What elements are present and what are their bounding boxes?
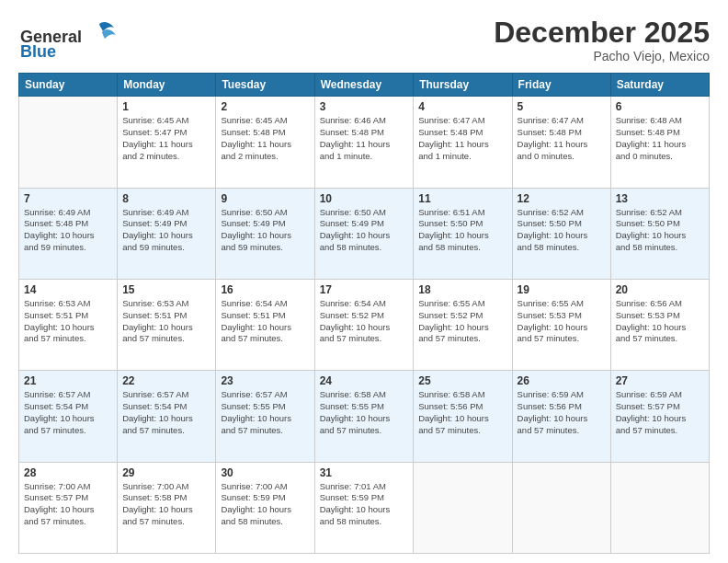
day-number: 3 bbox=[320, 100, 409, 113]
day-info: Sunrise: 7:01 AM Sunset: 5:59 PM Dayligh… bbox=[320, 481, 409, 528]
calendar-cell: 4Sunrise: 6:47 AM Sunset: 5:48 PM Daylig… bbox=[414, 97, 512, 188]
calendar-week-row: 14Sunrise: 6:53 AM Sunset: 5:51 PM Dayli… bbox=[19, 279, 710, 370]
calendar-cell: 20Sunrise: 6:56 AM Sunset: 5:53 PM Dayli… bbox=[610, 279, 709, 370]
logo-svg: General Blue bbox=[18, 17, 119, 61]
day-info: Sunrise: 6:51 AM Sunset: 5:50 PM Dayligh… bbox=[418, 207, 506, 254]
day-info: Sunrise: 6:58 AM Sunset: 5:56 PM Dayligh… bbox=[418, 389, 506, 436]
day-info: Sunrise: 7:00 AM Sunset: 5:58 PM Dayligh… bbox=[122, 481, 210, 528]
page: General Blue December 2025 Pacho Viejo, … bbox=[0, 0, 728, 563]
calendar-header-row: SundayMondayTuesdayWednesdayThursdayFrid… bbox=[19, 74, 710, 97]
day-info: Sunrise: 7:00 AM Sunset: 5:57 PM Dayligh… bbox=[24, 481, 112, 528]
header: General Blue December 2025 Pacho Viejo, … bbox=[18, 17, 710, 63]
calendar-cell: 17Sunrise: 6:54 AM Sunset: 5:52 PM Dayli… bbox=[314, 279, 414, 370]
day-info: Sunrise: 6:50 AM Sunset: 5:49 PM Dayligh… bbox=[221, 207, 309, 254]
col-header-saturday: Saturday bbox=[610, 74, 709, 97]
day-number: 8 bbox=[122, 192, 210, 205]
day-info: Sunrise: 6:52 AM Sunset: 5:50 PM Dayligh… bbox=[518, 207, 606, 254]
calendar-table: SundayMondayTuesdayWednesdayThursdayFrid… bbox=[18, 73, 710, 554]
day-number: 20 bbox=[616, 283, 704, 296]
day-info: Sunrise: 6:53 AM Sunset: 5:51 PM Dayligh… bbox=[122, 298, 210, 345]
day-number: 15 bbox=[122, 283, 210, 296]
calendar-cell: 8Sunrise: 6:49 AM Sunset: 5:49 PM Daylig… bbox=[118, 188, 216, 279]
day-info: Sunrise: 6:56 AM Sunset: 5:53 PM Dayligh… bbox=[616, 298, 704, 345]
calendar-cell: 14Sunrise: 6:53 AM Sunset: 5:51 PM Dayli… bbox=[19, 279, 118, 370]
day-number: 27 bbox=[616, 374, 704, 387]
calendar-cell: 6Sunrise: 6:48 AM Sunset: 5:48 PM Daylig… bbox=[610, 97, 709, 188]
day-info: Sunrise: 6:50 AM Sunset: 5:49 PM Dayligh… bbox=[320, 207, 409, 254]
day-number: 12 bbox=[518, 192, 606, 205]
col-header-sunday: Sunday bbox=[19, 74, 118, 97]
day-number: 7 bbox=[24, 192, 112, 205]
calendar-cell bbox=[512, 462, 610, 553]
calendar-cell: 19Sunrise: 6:55 AM Sunset: 5:53 PM Dayli… bbox=[512, 279, 610, 370]
day-info: Sunrise: 6:49 AM Sunset: 5:48 PM Dayligh… bbox=[24, 207, 112, 254]
day-number: 10 bbox=[320, 192, 409, 205]
logo-content: General Blue bbox=[18, 17, 119, 63]
day-info: Sunrise: 6:57 AM Sunset: 5:55 PM Dayligh… bbox=[221, 389, 309, 436]
day-number: 2 bbox=[221, 100, 309, 113]
calendar-cell: 12Sunrise: 6:52 AM Sunset: 5:50 PM Dayli… bbox=[512, 188, 610, 279]
calendar-cell: 10Sunrise: 6:50 AM Sunset: 5:49 PM Dayli… bbox=[314, 188, 414, 279]
calendar-cell: 9Sunrise: 6:50 AM Sunset: 5:49 PM Daylig… bbox=[216, 188, 314, 279]
day-info: Sunrise: 6:58 AM Sunset: 5:55 PM Dayligh… bbox=[320, 389, 409, 436]
day-info: Sunrise: 6:55 AM Sunset: 5:53 PM Dayligh… bbox=[518, 298, 606, 345]
day-number: 11 bbox=[418, 192, 506, 205]
day-number: 26 bbox=[518, 374, 606, 387]
day-number: 5 bbox=[518, 100, 606, 113]
calendar-cell bbox=[19, 97, 118, 188]
col-header-monday: Monday bbox=[118, 74, 216, 97]
calendar-week-row: 21Sunrise: 6:57 AM Sunset: 5:54 PM Dayli… bbox=[19, 371, 710, 462]
calendar-cell: 16Sunrise: 6:54 AM Sunset: 5:51 PM Dayli… bbox=[216, 279, 314, 370]
calendar-cell: 3Sunrise: 6:46 AM Sunset: 5:48 PM Daylig… bbox=[314, 97, 414, 188]
day-info: Sunrise: 6:59 AM Sunset: 5:56 PM Dayligh… bbox=[518, 389, 606, 436]
day-info: Sunrise: 6:59 AM Sunset: 5:57 PM Dayligh… bbox=[616, 389, 704, 436]
col-header-wednesday: Wednesday bbox=[314, 74, 414, 97]
calendar-cell: 31Sunrise: 7:01 AM Sunset: 5:59 PM Dayli… bbox=[314, 462, 414, 553]
day-info: Sunrise: 7:00 AM Sunset: 5:59 PM Dayligh… bbox=[221, 481, 309, 528]
day-info: Sunrise: 6:49 AM Sunset: 5:49 PM Dayligh… bbox=[122, 207, 210, 254]
calendar-cell: 26Sunrise: 6:59 AM Sunset: 5:56 PM Dayli… bbox=[512, 371, 610, 462]
calendar-week-row: 7Sunrise: 6:49 AM Sunset: 5:48 PM Daylig… bbox=[19, 188, 710, 279]
day-number: 30 bbox=[221, 466, 309, 479]
calendar-cell: 28Sunrise: 7:00 AM Sunset: 5:57 PM Dayli… bbox=[19, 462, 118, 553]
day-info: Sunrise: 6:53 AM Sunset: 5:51 PM Dayligh… bbox=[24, 298, 112, 345]
day-number: 28 bbox=[24, 466, 112, 479]
day-number: 9 bbox=[221, 192, 309, 205]
day-info: Sunrise: 6:54 AM Sunset: 5:52 PM Dayligh… bbox=[320, 298, 409, 345]
day-number: 23 bbox=[221, 374, 309, 387]
day-info: Sunrise: 6:55 AM Sunset: 5:52 PM Dayligh… bbox=[418, 298, 506, 345]
day-info: Sunrise: 6:47 AM Sunset: 5:48 PM Dayligh… bbox=[518, 115, 606, 162]
location: Pacho Viejo, Mexico bbox=[494, 49, 710, 63]
day-info: Sunrise: 6:52 AM Sunset: 5:50 PM Dayligh… bbox=[616, 207, 704, 254]
calendar-cell: 11Sunrise: 6:51 AM Sunset: 5:50 PM Dayli… bbox=[414, 188, 512, 279]
calendar-cell: 22Sunrise: 6:57 AM Sunset: 5:54 PM Dayli… bbox=[118, 371, 216, 462]
day-number: 29 bbox=[122, 466, 210, 479]
calendar-cell: 27Sunrise: 6:59 AM Sunset: 5:57 PM Dayli… bbox=[610, 371, 709, 462]
calendar-cell: 18Sunrise: 6:55 AM Sunset: 5:52 PM Dayli… bbox=[414, 279, 512, 370]
day-number: 14 bbox=[24, 283, 112, 296]
calendar-cell: 13Sunrise: 6:52 AM Sunset: 5:50 PM Dayli… bbox=[610, 188, 709, 279]
calendar-cell: 2Sunrise: 6:45 AM Sunset: 5:48 PM Daylig… bbox=[216, 97, 314, 188]
calendar-cell bbox=[610, 462, 709, 553]
logo: General Blue bbox=[18, 17, 119, 63]
calendar-cell: 24Sunrise: 6:58 AM Sunset: 5:55 PM Dayli… bbox=[314, 371, 414, 462]
day-number: 18 bbox=[418, 283, 506, 296]
day-number: 22 bbox=[122, 374, 210, 387]
day-number: 16 bbox=[221, 283, 309, 296]
day-number: 17 bbox=[320, 283, 409, 296]
calendar-cell: 1Sunrise: 6:45 AM Sunset: 5:47 PM Daylig… bbox=[118, 97, 216, 188]
calendar-cell: 15Sunrise: 6:53 AM Sunset: 5:51 PM Dayli… bbox=[118, 279, 216, 370]
calendar-cell bbox=[414, 462, 512, 553]
calendar-cell: 30Sunrise: 7:00 AM Sunset: 5:59 PM Dayli… bbox=[216, 462, 314, 553]
col-header-thursday: Thursday bbox=[414, 74, 512, 97]
day-number: 4 bbox=[418, 100, 506, 113]
day-number: 19 bbox=[518, 283, 606, 296]
day-number: 13 bbox=[616, 192, 704, 205]
day-info: Sunrise: 6:57 AM Sunset: 5:54 PM Dayligh… bbox=[24, 389, 112, 436]
day-number: 21 bbox=[24, 374, 112, 387]
calendar-cell: 23Sunrise: 6:57 AM Sunset: 5:55 PM Dayli… bbox=[216, 371, 314, 462]
day-info: Sunrise: 6:57 AM Sunset: 5:54 PM Dayligh… bbox=[122, 389, 210, 436]
calendar-cell: 25Sunrise: 6:58 AM Sunset: 5:56 PM Dayli… bbox=[414, 371, 512, 462]
month-title: December 2025 bbox=[494, 17, 710, 49]
day-number: 31 bbox=[320, 466, 409, 479]
